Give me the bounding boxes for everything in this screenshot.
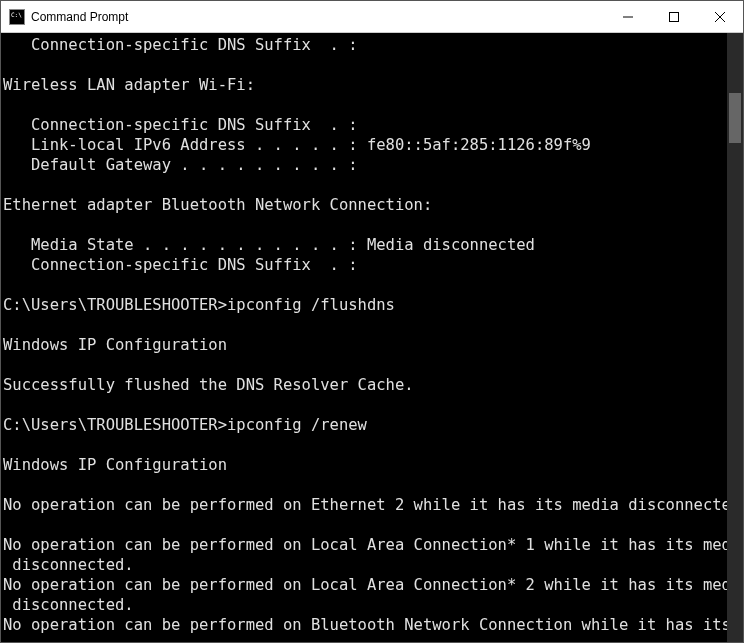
vertical-scrollbar[interactable] xyxy=(727,33,743,642)
app-icon xyxy=(9,9,25,25)
scroll-thumb[interactable] xyxy=(729,93,741,143)
command-prompt-window: Command Prompt Connection-specific DNS S… xyxy=(0,0,744,643)
minimize-icon xyxy=(623,12,633,22)
close-icon xyxy=(715,12,725,22)
maximize-icon xyxy=(669,12,679,22)
content-area: Connection-specific DNS Suffix . : Wirel… xyxy=(1,33,743,642)
title-bar[interactable]: Command Prompt xyxy=(1,1,743,33)
close-button[interactable] xyxy=(697,1,743,32)
svg-rect-1 xyxy=(670,12,679,21)
terminal-output[interactable]: Connection-specific DNS Suffix . : Wirel… xyxy=(1,33,727,642)
maximize-button[interactable] xyxy=(651,1,697,32)
minimize-button[interactable] xyxy=(605,1,651,32)
window-title: Command Prompt xyxy=(31,10,605,24)
window-controls xyxy=(605,1,743,32)
